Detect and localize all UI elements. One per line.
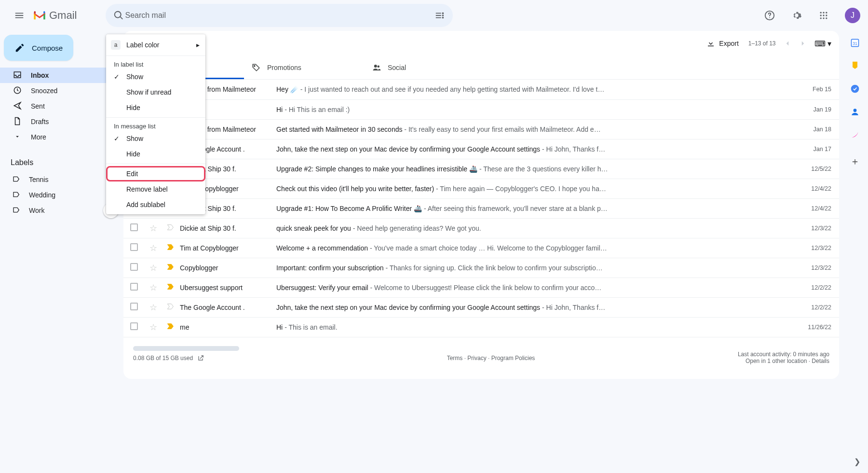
email-subject: Welcome + a recommendation - You've made… (276, 238, 796, 258)
importance-marker[interactable] (167, 303, 175, 311)
email-list: ☆Corentin from MailmeteorHey ☄️ - I just… (123, 80, 839, 337)
star-button[interactable]: ☆ (145, 218, 162, 238)
calendar-addon[interactable]: 31 (850, 38, 860, 47)
select-checkbox[interactable] (130, 263, 138, 271)
email-row[interactable]: ☆Corentin from MailmeteorGet started wit… (123, 119, 839, 139)
check-icon: ✓ (114, 73, 126, 81)
ctx-add-sublabel[interactable]: Add sublabel (106, 197, 205, 212)
svg-point-20 (378, 66, 380, 68)
importance-marker[interactable] (167, 264, 175, 272)
label-item[interactable]: Work (0, 203, 119, 218)
email-row[interactable]: ☆Hi - Hi This is an email :)Jan 19 (123, 99, 839, 119)
settings-button[interactable] (787, 6, 806, 25)
email-row[interactable]: ☆Ubersuggest supportUbersuggest: Verify … (123, 278, 839, 297)
compose-button[interactable]: Compose (4, 35, 73, 61)
prev-page-button[interactable] (780, 36, 795, 51)
keep-addon[interactable] (850, 61, 860, 70)
apps-button[interactable] (814, 6, 833, 25)
search-input[interactable] (124, 11, 434, 20)
person-icon (850, 107, 860, 117)
ctx-msglist-hide[interactable]: Hide (106, 146, 205, 162)
email-sender: Ubersuggest support (179, 278, 276, 297)
select-checkbox[interactable] (130, 322, 138, 330)
email-row[interactable]: ☆The Google Account .John, take the next… (123, 297, 839, 317)
hamburger-icon (14, 10, 25, 21)
importance-marker[interactable] (167, 323, 175, 331)
input-tools-button[interactable]: ⌨ ▾ (814, 39, 831, 48)
nav-more[interactable]: More (0, 129, 119, 145)
footer-privacy[interactable]: Privacy (467, 355, 486, 362)
tasks-addon[interactable] (850, 84, 860, 94)
email-date: 11/26/22 (796, 317, 839, 337)
horizontal-scrollbar[interactable] (133, 346, 239, 351)
side-panel-collapse[interactable]: ❯ (854, 457, 860, 466)
sidebar: Compose Inbox Snoozed Sent Drafts More L… (0, 31, 123, 473)
star-button[interactable]: ☆ (145, 317, 162, 337)
chevron-right-icon: ▸ (196, 41, 200, 49)
star-button[interactable]: ☆ (145, 278, 162, 297)
check-icon: ✓ (114, 135, 126, 142)
next-page-button[interactable] (795, 36, 811, 51)
importance-marker[interactable] (167, 224, 175, 232)
get-addons-button[interactable]: ＋ (850, 156, 860, 166)
email-row[interactable]: ☆Dickie at Ship 30 f.Upgrade #1: How To … (123, 198, 839, 218)
email-sender: The Google Account . (179, 297, 276, 317)
ctx-labellist-hide[interactable]: Hide (106, 100, 205, 115)
clock-icon (13, 86, 22, 95)
tab-social[interactable]: Social (365, 56, 485, 79)
label-text: Work (29, 207, 44, 214)
tab-promotions[interactable]: Promotions (244, 56, 365, 79)
svg-point-23 (851, 85, 859, 93)
ctx-edit[interactable]: Edit (106, 166, 205, 181)
pencil-icon (14, 42, 25, 53)
main-menu-button[interactable] (8, 4, 31, 27)
star-button[interactable]: ☆ (145, 258, 162, 278)
footer-open-in[interactable]: Open in 1 other location · Details (704, 358, 829, 364)
email-subject: Hi - This is an email. (276, 317, 796, 337)
select-checkbox[interactable] (130, 223, 138, 231)
select-checkbox[interactable] (130, 283, 138, 291)
star-button[interactable]: ☆ (145, 297, 162, 317)
search-bar[interactable] (106, 4, 453, 27)
ctx-section-label-list: In label list (106, 58, 205, 69)
nav-drafts[interactable]: Drafts (0, 114, 119, 129)
email-row[interactable]: ☆Dickie at Ship 30 f.Upgrade #2: Simple … (123, 159, 839, 179)
email-row[interactable]: ☆Tim at CopybloggerWelcome + a recommend… (123, 238, 839, 258)
email-row[interactable]: ☆Dickie at Ship 30 f.quick sneak peek fo… (123, 218, 839, 238)
footer-terms[interactable]: Terms (447, 355, 463, 362)
label-item[interactable]: Tennis (0, 172, 119, 187)
select-checkbox[interactable] (130, 303, 138, 310)
contacts-addon[interactable] (850, 107, 860, 117)
star-button[interactable]: ☆ (145, 238, 162, 258)
ctx-label-color[interactable]: a Label color ▸ (106, 36, 205, 54)
support-button[interactable] (760, 6, 779, 25)
email-date: 12/2/22 (796, 278, 839, 297)
email-row[interactable]: ☆The Google Account .John, take the next… (123, 139, 839, 159)
importance-marker[interactable] (167, 283, 175, 292)
gmail-logo[interactable]: Gmail (33, 9, 77, 22)
ctx-labellist-show-if-unread[interactable]: Show if unread (106, 84, 205, 100)
chevron-right-icon (799, 39, 807, 48)
nav-snoozed[interactable]: Snoozed (0, 83, 119, 98)
ctx-labellist-show[interactable]: ✓Show (106, 69, 205, 84)
footer-policies[interactable]: Program Policies (491, 355, 535, 362)
addon-custom[interactable] (850, 130, 860, 140)
search-icon[interactable] (113, 10, 124, 21)
email-row[interactable]: ☆CopybloggerImportant: confirm your subs… (123, 258, 839, 278)
account-avatar[interactable]: J (845, 8, 860, 23)
importance-marker[interactable] (167, 244, 175, 252)
search-options-icon[interactable] (434, 10, 445, 21)
select-checkbox[interactable] (130, 243, 138, 251)
label-item[interactable]: Wedding (0, 187, 119, 203)
svg-point-18 (254, 66, 255, 67)
open-in-new-icon[interactable] (197, 355, 204, 362)
email-row[interactable]: ☆Tim at CopybloggerCheck out this video … (123, 179, 839, 198)
email-row[interactable]: ☆Corentin from MailmeteorHey ☄️ - I just… (123, 80, 839, 99)
email-row[interactable]: ☆meHi - This is an email.11/26/22 (123, 317, 839, 337)
email-sender: Dickie at Ship 30 f. (179, 218, 276, 238)
nav-sent[interactable]: Sent (0, 98, 119, 114)
ctx-msglist-show[interactable]: ✓Show (106, 131, 205, 146)
ctx-remove-label[interactable]: Remove label (106, 181, 205, 197)
nav-inbox[interactable]: Inbox (0, 68, 119, 83)
export-button[interactable]: Export (706, 39, 738, 48)
